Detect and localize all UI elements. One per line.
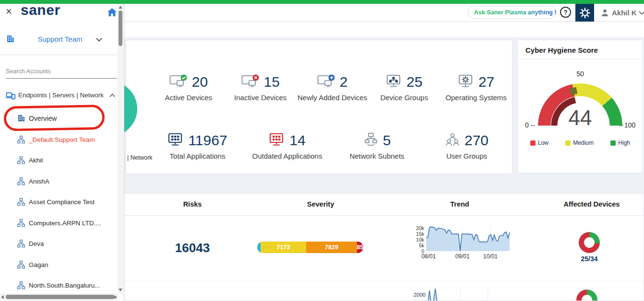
saner-logo: saner xyxy=(21,2,60,18)
sitemap-icon xyxy=(17,136,25,146)
trend2-ytick: 2000 xyxy=(402,292,426,298)
affected-devices-label: 25/34 xyxy=(560,255,619,263)
svg-text:20k: 20k xyxy=(416,225,425,231)
severity-segment: 7173 xyxy=(261,242,306,253)
inactive-devices-icon xyxy=(241,74,260,91)
sidebar-item-deva[interactable]: Deva xyxy=(0,238,118,252)
header-risks: Risks xyxy=(124,200,261,208)
divider xyxy=(518,59,643,59)
settings-gear-button[interactable] xyxy=(575,4,594,22)
stat-outdated-applications: 14 Outdated Applications xyxy=(242,132,332,161)
close-icon[interactable]: × xyxy=(6,6,12,17)
ask-saner-search-input[interactable]: Ask Saner Plasma anything ! xyxy=(468,6,556,19)
caret-up-icon xyxy=(109,93,115,97)
stat-operating-systems: 27 Operating Systems xyxy=(440,74,512,103)
sitemap-icon xyxy=(17,281,25,291)
search-accounts-input[interactable] xyxy=(6,64,117,79)
sitemap-icon xyxy=(17,177,25,187)
user-menu[interactable]: Akhil K xyxy=(601,7,644,18)
scrollbar-thumb[interactable] xyxy=(6,295,114,299)
stat-active-devices: 20 Active Devices xyxy=(153,74,225,103)
device-groups-icon xyxy=(386,74,402,91)
newly-added-devices-icon xyxy=(317,74,335,91)
legend-low-swatch xyxy=(530,140,536,146)
chevron-down-icon xyxy=(639,9,644,15)
gridline xyxy=(488,287,488,301)
sidebar-item-akhil[interactable]: Akhil xyxy=(0,154,118,169)
sidebar-item-gagan[interactable]: Gagan xyxy=(0,259,118,273)
scroll-down-arrow[interactable] xyxy=(119,289,122,291)
outdated-applications-icon xyxy=(269,132,285,149)
sidebar-item-overview[interactable]: Overview xyxy=(0,112,118,127)
user-name: Akhil K xyxy=(612,9,637,17)
svg-text:5k: 5k xyxy=(419,243,425,248)
stat-device-groups: 25 Device Groups xyxy=(368,74,440,103)
user-groups-icon xyxy=(445,132,460,149)
severity-stacked-bar: 7173782985 xyxy=(257,242,363,253)
sidebar-item-label: Overview xyxy=(29,115,57,122)
svg-text:10k: 10k xyxy=(416,237,425,243)
legend-low: Low xyxy=(530,139,549,146)
risk-table-card: Risks Severity Trend Affected Devices 16… xyxy=(124,193,644,301)
svg-text:15k: 15k xyxy=(416,231,425,237)
legend-high: High xyxy=(610,139,630,146)
table-row-partial: 2000 xyxy=(124,281,644,301)
stat-inactive-devices: 15 Inactive Devices xyxy=(225,74,297,103)
dashboard-page: | Network 20 Active Devices 15 xyxy=(0,0,644,301)
divider xyxy=(0,55,124,55)
team-selector[interactable]: Support Team xyxy=(0,33,124,48)
organization-icon xyxy=(6,35,15,45)
sidebar: × saner Support Team Endpoints | Servers… xyxy=(0,4,124,301)
building-icon xyxy=(17,114,25,124)
sitemap-icon xyxy=(17,198,25,208)
sidebar-item-north-south-bangaluru[interactable]: North.South.Bangaluru... xyxy=(0,279,118,294)
legend-medium: Medium xyxy=(565,139,594,146)
affected-devices-donut xyxy=(579,232,600,253)
severity-segment: 7829 xyxy=(306,242,357,253)
gauge-tick-max: 100 xyxy=(624,121,635,129)
legend-high-swatch xyxy=(610,140,616,146)
scrollbar-thumb[interactable] xyxy=(119,11,122,46)
severity-segment: 85 xyxy=(357,242,363,253)
sidebar-item-asset-compliance-test[interactable]: Asset Compliance Test xyxy=(0,196,118,210)
sidebar-item-anisha[interactable]: AnishA xyxy=(0,175,118,190)
gear-icon xyxy=(579,7,591,19)
help-icon[interactable]: ? xyxy=(560,7,571,18)
sidebar-section-label: Endpoints | Servers | Network xyxy=(18,92,104,99)
top-accent-bar xyxy=(0,0,644,4)
sitemap-icon xyxy=(17,219,25,229)
operating-systems-icon xyxy=(458,74,474,91)
stat-network-subnets: 5 Network Subnets xyxy=(332,132,422,161)
stat-total-applications: 11967 Total Applications xyxy=(153,132,242,161)
trend-chart: 05k10k15k20k08/0109/0110/01 xyxy=(410,223,512,262)
trend2-chart xyxy=(427,288,449,301)
svg-text:10/01: 10/01 xyxy=(483,253,498,260)
team-selector-label: Support Team xyxy=(29,35,91,43)
gauge-tick-min: 0 xyxy=(525,121,529,129)
gauge-score: 44 xyxy=(561,106,599,130)
header-trend: Trend xyxy=(381,200,539,208)
header-affected-devices: Affected Devices xyxy=(539,200,644,208)
stats-row-2: 11967 Total Applications 14 Outdated App… xyxy=(153,123,512,171)
svg-text:08/01: 08/01 xyxy=(421,253,436,260)
devices-icon xyxy=(6,92,15,102)
risks-value: 16043 xyxy=(124,241,261,255)
sidebar-horizontal-scrollbar[interactable] xyxy=(0,293,118,301)
stat-user-groups: 270 User Groups xyxy=(422,132,512,161)
sidebar-item-default-support-team[interactable]: _Default.Support Team xyxy=(0,134,118,148)
sidebar-item-computers-arpn[interactable]: Computers.ARPN LTD.... xyxy=(0,217,118,232)
scroll-left-arrow[interactable] xyxy=(1,295,4,299)
scroll-up-arrow[interactable] xyxy=(119,6,122,9)
sidebar-section-endpoints[interactable]: Endpoints | Servers | Network xyxy=(0,90,124,103)
svg-text:09/01: 09/01 xyxy=(455,253,470,260)
stat-newly-added-devices: 2 Newly Added Devices xyxy=(297,74,369,103)
sitemap-icon xyxy=(17,240,25,250)
sidebar-vertical-scrollbar[interactable] xyxy=(118,4,123,293)
gridline xyxy=(460,287,461,301)
overview-card: | Network 20 Active Devices 15 xyxy=(126,40,513,174)
stats-row-1: 20 Active Devices 15 Inactive Devices xyxy=(153,59,512,117)
legend-medium-swatch xyxy=(565,140,571,146)
scroll-right-arrow[interactable] xyxy=(114,295,117,299)
home-icon[interactable] xyxy=(107,8,117,18)
cyber-hygiene-card: Cyber Hygiene Score 50 0 100 44 Low Medi… xyxy=(517,40,643,173)
